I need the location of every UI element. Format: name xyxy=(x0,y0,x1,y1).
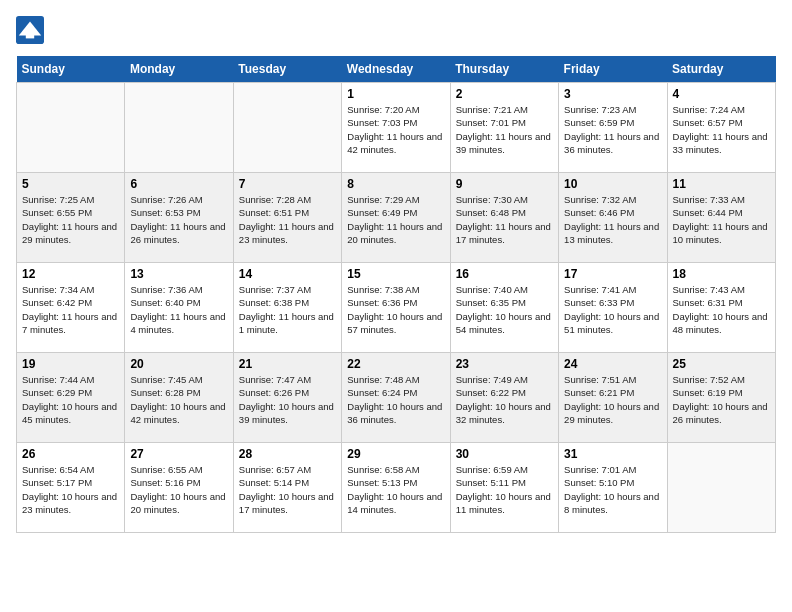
day-info: Sunrise: 7:29 AM Sunset: 6:49 PM Dayligh… xyxy=(347,193,444,246)
calendar-cell: 13Sunrise: 7:36 AM Sunset: 6:40 PM Dayli… xyxy=(125,263,233,353)
day-info: Sunrise: 7:40 AM Sunset: 6:35 PM Dayligh… xyxy=(456,283,553,336)
day-info: Sunrise: 7:26 AM Sunset: 6:53 PM Dayligh… xyxy=(130,193,227,246)
day-number: 10 xyxy=(564,177,661,191)
day-info: Sunrise: 6:58 AM Sunset: 5:13 PM Dayligh… xyxy=(347,463,444,516)
page-header xyxy=(16,16,776,44)
day-number: 12 xyxy=(22,267,119,281)
calendar-cell: 11Sunrise: 7:33 AM Sunset: 6:44 PM Dayli… xyxy=(667,173,775,263)
calendar-cell: 6Sunrise: 7:26 AM Sunset: 6:53 PM Daylig… xyxy=(125,173,233,263)
day-number: 3 xyxy=(564,87,661,101)
day-info: Sunrise: 6:59 AM Sunset: 5:11 PM Dayligh… xyxy=(456,463,553,516)
calendar-cell: 7Sunrise: 7:28 AM Sunset: 6:51 PM Daylig… xyxy=(233,173,341,263)
day-info: Sunrise: 7:32 AM Sunset: 6:46 PM Dayligh… xyxy=(564,193,661,246)
day-number: 23 xyxy=(456,357,553,371)
calendar-cell: 10Sunrise: 7:32 AM Sunset: 6:46 PM Dayli… xyxy=(559,173,667,263)
day-info: Sunrise: 7:45 AM Sunset: 6:28 PM Dayligh… xyxy=(130,373,227,426)
col-header-wednesday: Wednesday xyxy=(342,56,450,83)
day-info: Sunrise: 7:44 AM Sunset: 6:29 PM Dayligh… xyxy=(22,373,119,426)
day-info: Sunrise: 7:23 AM Sunset: 6:59 PM Dayligh… xyxy=(564,103,661,156)
day-number: 18 xyxy=(673,267,770,281)
day-info: Sunrise: 6:57 AM Sunset: 5:14 PM Dayligh… xyxy=(239,463,336,516)
col-header-friday: Friday xyxy=(559,56,667,83)
day-number: 21 xyxy=(239,357,336,371)
day-info: Sunrise: 7:49 AM Sunset: 6:22 PM Dayligh… xyxy=(456,373,553,426)
col-header-saturday: Saturday xyxy=(667,56,775,83)
col-header-sunday: Sunday xyxy=(17,56,125,83)
calendar-cell: 17Sunrise: 7:41 AM Sunset: 6:33 PM Dayli… xyxy=(559,263,667,353)
calendar-table: SundayMondayTuesdayWednesdayThursdayFrid… xyxy=(16,56,776,533)
day-info: Sunrise: 6:55 AM Sunset: 5:16 PM Dayligh… xyxy=(130,463,227,516)
day-info: Sunrise: 7:33 AM Sunset: 6:44 PM Dayligh… xyxy=(673,193,770,246)
calendar-cell: 14Sunrise: 7:37 AM Sunset: 6:38 PM Dayli… xyxy=(233,263,341,353)
calendar-cell: 30Sunrise: 6:59 AM Sunset: 5:11 PM Dayli… xyxy=(450,443,558,533)
calendar-cell xyxy=(17,83,125,173)
day-number: 26 xyxy=(22,447,119,461)
day-number: 15 xyxy=(347,267,444,281)
day-info: Sunrise: 7:01 AM Sunset: 5:10 PM Dayligh… xyxy=(564,463,661,516)
day-info: Sunrise: 7:52 AM Sunset: 6:19 PM Dayligh… xyxy=(673,373,770,426)
calendar-cell: 26Sunrise: 6:54 AM Sunset: 5:17 PM Dayli… xyxy=(17,443,125,533)
day-info: Sunrise: 7:34 AM Sunset: 6:42 PM Dayligh… xyxy=(22,283,119,336)
calendar-cell: 2Sunrise: 7:21 AM Sunset: 7:01 PM Daylig… xyxy=(450,83,558,173)
calendar-cell: 8Sunrise: 7:29 AM Sunset: 6:49 PM Daylig… xyxy=(342,173,450,263)
day-number: 30 xyxy=(456,447,553,461)
calendar-header: SundayMondayTuesdayWednesdayThursdayFrid… xyxy=(17,56,776,83)
day-number: 24 xyxy=(564,357,661,371)
calendar-cell: 15Sunrise: 7:38 AM Sunset: 6:36 PM Dayli… xyxy=(342,263,450,353)
calendar-cell: 27Sunrise: 6:55 AM Sunset: 5:16 PM Dayli… xyxy=(125,443,233,533)
day-number: 31 xyxy=(564,447,661,461)
day-number: 20 xyxy=(130,357,227,371)
day-info: Sunrise: 7:41 AM Sunset: 6:33 PM Dayligh… xyxy=(564,283,661,336)
col-header-tuesday: Tuesday xyxy=(233,56,341,83)
calendar-cell: 31Sunrise: 7:01 AM Sunset: 5:10 PM Dayli… xyxy=(559,443,667,533)
day-number: 25 xyxy=(673,357,770,371)
calendar-cell: 21Sunrise: 7:47 AM Sunset: 6:26 PM Dayli… xyxy=(233,353,341,443)
day-info: Sunrise: 7:37 AM Sunset: 6:38 PM Dayligh… xyxy=(239,283,336,336)
day-number: 19 xyxy=(22,357,119,371)
day-number: 8 xyxy=(347,177,444,191)
day-info: Sunrise: 7:20 AM Sunset: 7:03 PM Dayligh… xyxy=(347,103,444,156)
calendar-cell: 23Sunrise: 7:49 AM Sunset: 6:22 PM Dayli… xyxy=(450,353,558,443)
day-number: 4 xyxy=(673,87,770,101)
day-info: Sunrise: 7:51 AM Sunset: 6:21 PM Dayligh… xyxy=(564,373,661,426)
day-info: Sunrise: 7:38 AM Sunset: 6:36 PM Dayligh… xyxy=(347,283,444,336)
day-info: Sunrise: 7:48 AM Sunset: 6:24 PM Dayligh… xyxy=(347,373,444,426)
day-number: 9 xyxy=(456,177,553,191)
day-number: 22 xyxy=(347,357,444,371)
day-number: 27 xyxy=(130,447,227,461)
calendar-cell: 18Sunrise: 7:43 AM Sunset: 6:31 PM Dayli… xyxy=(667,263,775,353)
day-number: 7 xyxy=(239,177,336,191)
day-number: 17 xyxy=(564,267,661,281)
day-number: 28 xyxy=(239,447,336,461)
calendar-cell: 4Sunrise: 7:24 AM Sunset: 6:57 PM Daylig… xyxy=(667,83,775,173)
day-number: 16 xyxy=(456,267,553,281)
calendar-cell: 5Sunrise: 7:25 AM Sunset: 6:55 PM Daylig… xyxy=(17,173,125,263)
calendar-cell xyxy=(667,443,775,533)
day-info: Sunrise: 7:24 AM Sunset: 6:57 PM Dayligh… xyxy=(673,103,770,156)
col-header-thursday: Thursday xyxy=(450,56,558,83)
calendar-cell: 9Sunrise: 7:30 AM Sunset: 6:48 PM Daylig… xyxy=(450,173,558,263)
calendar-cell: 29Sunrise: 6:58 AM Sunset: 5:13 PM Dayli… xyxy=(342,443,450,533)
day-info: Sunrise: 7:21 AM Sunset: 7:01 PM Dayligh… xyxy=(456,103,553,156)
calendar-cell: 22Sunrise: 7:48 AM Sunset: 6:24 PM Dayli… xyxy=(342,353,450,443)
calendar-cell: 12Sunrise: 7:34 AM Sunset: 6:42 PM Dayli… xyxy=(17,263,125,353)
day-number: 13 xyxy=(130,267,227,281)
day-info: Sunrise: 7:25 AM Sunset: 6:55 PM Dayligh… xyxy=(22,193,119,246)
calendar-cell: 16Sunrise: 7:40 AM Sunset: 6:35 PM Dayli… xyxy=(450,263,558,353)
day-info: Sunrise: 7:43 AM Sunset: 6:31 PM Dayligh… xyxy=(673,283,770,336)
day-number: 5 xyxy=(22,177,119,191)
day-info: Sunrise: 7:47 AM Sunset: 6:26 PM Dayligh… xyxy=(239,373,336,426)
logo xyxy=(16,16,48,44)
day-info: Sunrise: 7:30 AM Sunset: 6:48 PM Dayligh… xyxy=(456,193,553,246)
day-number: 14 xyxy=(239,267,336,281)
calendar-cell: 20Sunrise: 7:45 AM Sunset: 6:28 PM Dayli… xyxy=(125,353,233,443)
calendar-cell: 3Sunrise: 7:23 AM Sunset: 6:59 PM Daylig… xyxy=(559,83,667,173)
svg-rect-2 xyxy=(26,34,34,38)
day-number: 1 xyxy=(347,87,444,101)
day-info: Sunrise: 7:36 AM Sunset: 6:40 PM Dayligh… xyxy=(130,283,227,336)
col-header-monday: Monday xyxy=(125,56,233,83)
calendar-cell: 19Sunrise: 7:44 AM Sunset: 6:29 PM Dayli… xyxy=(17,353,125,443)
calendar-cell: 28Sunrise: 6:57 AM Sunset: 5:14 PM Dayli… xyxy=(233,443,341,533)
calendar-cell: 25Sunrise: 7:52 AM Sunset: 6:19 PM Dayli… xyxy=(667,353,775,443)
day-number: 6 xyxy=(130,177,227,191)
